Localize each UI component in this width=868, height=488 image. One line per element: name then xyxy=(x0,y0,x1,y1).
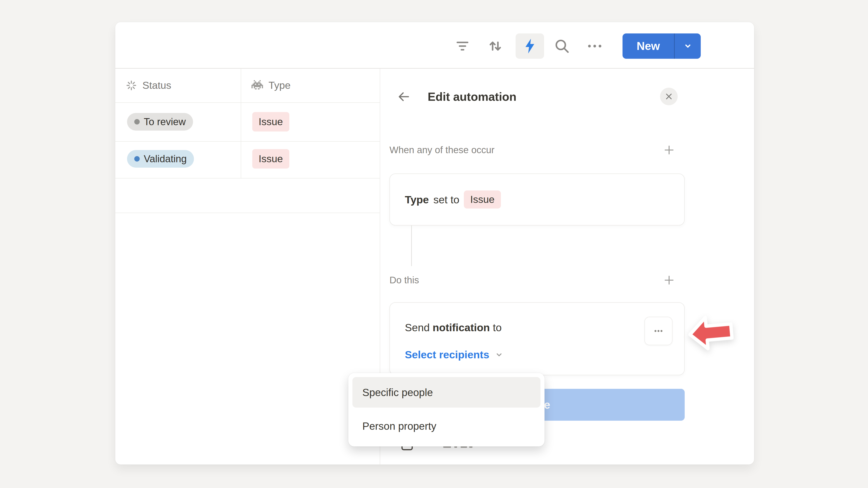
plus-icon xyxy=(663,274,675,287)
recipients-dropdown-menu: Specific people Person property xyxy=(348,373,545,447)
action-text-bold: notification xyxy=(433,322,490,333)
column-header-label: Status xyxy=(143,79,171,91)
menu-item-person-property[interactable]: Person property xyxy=(352,411,540,441)
app-background: New Status xyxy=(0,0,868,488)
action-description: Send notification to xyxy=(405,321,502,334)
toolbar-divider xyxy=(115,68,754,69)
back-button[interactable] xyxy=(395,88,412,105)
action-text-prefix: Send xyxy=(405,322,433,333)
action-card: Send notification to Select recipients xyxy=(390,302,685,375)
row-divider xyxy=(115,141,380,142)
status-cell-validating[interactable]: Validating xyxy=(127,150,194,168)
action-section-label: Do this xyxy=(390,275,419,286)
automations-button[interactable] xyxy=(516,33,544,59)
notion-window: New Status xyxy=(115,22,754,464)
row-divider xyxy=(115,102,380,103)
menu-item-label: Specific people xyxy=(362,386,433,398)
ellipsis-icon xyxy=(651,324,666,338)
row-divider xyxy=(115,213,380,213)
menu-item-gap xyxy=(352,408,540,411)
type-cell-issue[interactable]: Issue xyxy=(252,149,289,168)
column-header-label: Type xyxy=(269,79,291,91)
annotation-arrow-left-icon xyxy=(685,312,736,354)
menu-item-label: Person property xyxy=(362,420,436,432)
column-header-type[interactable]: Type xyxy=(251,68,291,102)
search-icon xyxy=(553,37,571,55)
add-trigger-button[interactable] xyxy=(660,141,678,159)
flow-connector-line xyxy=(411,225,412,266)
search-button[interactable] xyxy=(551,35,573,57)
add-action-button[interactable] xyxy=(660,271,678,289)
close-button[interactable] xyxy=(660,88,678,105)
sort-button[interactable] xyxy=(485,35,506,57)
action-more-button[interactable] xyxy=(645,317,673,345)
status-label: To review xyxy=(144,116,186,127)
lightning-bolt-icon xyxy=(521,37,539,55)
trigger-value-tag: Issue xyxy=(464,191,501,208)
trigger-connector: set to xyxy=(433,193,459,206)
sort-arrows-icon xyxy=(486,37,504,55)
new-button-label: New xyxy=(637,39,660,53)
filter-icon xyxy=(454,37,471,55)
select-recipients-dropdown[interactable]: Select recipients xyxy=(405,348,504,361)
status-dot xyxy=(134,119,140,125)
status-label: Validating xyxy=(144,153,187,164)
trigger-property: Type xyxy=(405,193,429,206)
status-cell-to-review[interactable]: To review xyxy=(127,113,193,131)
new-button[interactable]: New xyxy=(622,33,674,59)
filter-button[interactable] xyxy=(452,35,473,57)
plus-icon xyxy=(663,144,675,156)
space-invader-icon xyxy=(251,79,264,92)
type-label: Issue xyxy=(258,116,283,128)
action-text-suffix: to xyxy=(490,322,502,333)
new-button-group: New xyxy=(622,33,701,59)
chevron-down-icon xyxy=(682,40,694,52)
panel-title: Edit automation xyxy=(428,89,517,105)
row-divider xyxy=(115,178,380,178)
status-spinner-icon xyxy=(125,79,137,92)
new-dropdown-button[interactable] xyxy=(675,33,701,59)
menu-item-specific-people[interactable]: Specific people xyxy=(352,377,540,408)
trigger-card[interactable]: Type set to Issue xyxy=(390,173,685,225)
back-arrow-icon xyxy=(397,90,411,104)
type-cell-issue[interactable]: Issue xyxy=(252,112,289,131)
chevron-down-icon xyxy=(494,350,504,360)
trigger-section-label: When any of these occur xyxy=(390,144,495,156)
column-divider xyxy=(241,69,241,178)
status-dot xyxy=(134,156,140,162)
select-recipients-label: Select recipients xyxy=(405,348,489,361)
more-options-button[interactable] xyxy=(584,35,606,57)
ellipsis-icon xyxy=(586,37,604,55)
close-icon xyxy=(664,92,674,101)
column-header-status[interactable]: Status xyxy=(125,68,171,102)
type-label: Issue xyxy=(258,153,283,165)
